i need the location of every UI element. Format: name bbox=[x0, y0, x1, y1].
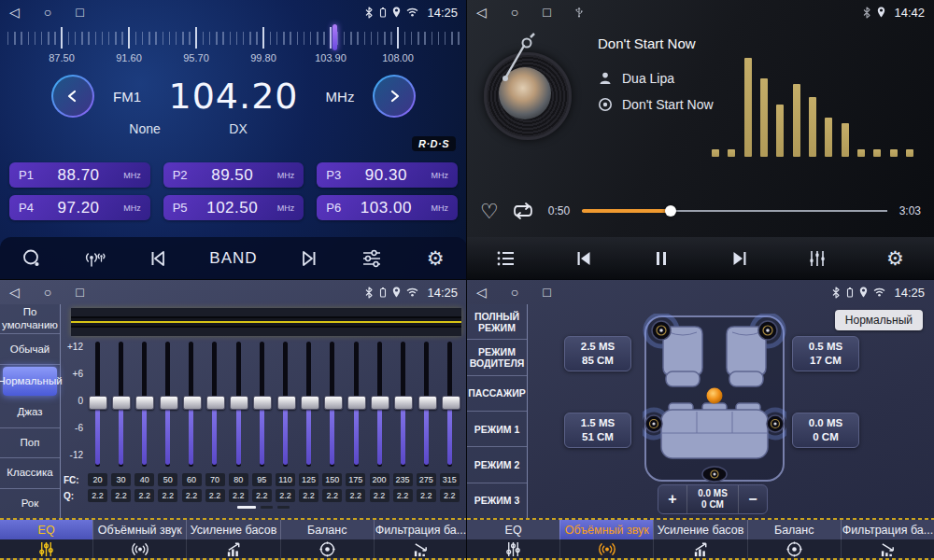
nav-recents-button[interactable]: □ bbox=[543, 5, 550, 20]
q-value-chip[interactable]: 2.2 bbox=[252, 489, 272, 502]
eq-preset-item[interactable]: Поп bbox=[0, 428, 60, 458]
eq-band-slider[interactable] bbox=[88, 340, 106, 469]
tab-filter-icon-button[interactable] bbox=[841, 539, 934, 558]
eq-band-slider[interactable] bbox=[205, 340, 224, 469]
front-left-delay-button[interactable]: 2.5 MS 85 CM bbox=[564, 336, 631, 371]
radio-preset-button[interactable]: P4 97.20 MHz bbox=[9, 195, 150, 220]
pause-button[interactable] bbox=[641, 241, 682, 276]
q-value-chip[interactable]: 2.2 bbox=[276, 489, 295, 502]
eq-band-slider[interactable] bbox=[229, 340, 248, 469]
radio-preset-button[interactable]: P1 88.70 MHz bbox=[9, 162, 150, 188]
eq-band-slider[interactable] bbox=[347, 340, 365, 469]
nav-home-button[interactable]: ○ bbox=[511, 285, 518, 300]
listening-mode-item[interactable]: РЕЖИМ ВОДИТЕЛЯ bbox=[467, 340, 527, 375]
slider-thumb[interactable] bbox=[253, 396, 272, 410]
fc-value-chip[interactable]: 80 bbox=[229, 473, 248, 486]
nav-back-button[interactable]: ◁ bbox=[9, 5, 20, 20]
nav-back-button[interactable]: ◁ bbox=[476, 5, 487, 20]
tab-surround-sound[interactable]: Объёмный звук bbox=[559, 520, 653, 539]
rear-right-delay-button[interactable]: 0.0 MS 0 CM bbox=[792, 413, 859, 448]
tune-up-button[interactable] bbox=[373, 75, 416, 118]
listening-mode-item[interactable]: РЕЖИМ 3 bbox=[467, 483, 527, 518]
tab-bass-icon-button[interactable] bbox=[653, 539, 746, 558]
slider-thumb[interactable] bbox=[301, 396, 319, 410]
eq-preset-item[interactable]: Классика bbox=[0, 458, 60, 488]
listening-mode-item[interactable]: ПАССАЖИР bbox=[467, 376, 527, 412]
eq-band-slider[interactable] bbox=[300, 340, 318, 469]
slider-thumb[interactable] bbox=[183, 396, 202, 410]
fc-value-chip[interactable]: 150 bbox=[322, 473, 342, 486]
eq-band-slider[interactable] bbox=[111, 340, 130, 469]
radio-preset-button[interactable]: P5 102.50 MHz bbox=[163, 195, 304, 220]
eq-band-slider[interactable] bbox=[252, 340, 271, 469]
fc-value-chip[interactable]: 125 bbox=[299, 473, 318, 486]
eq-preset-item[interactable]: Джаз bbox=[0, 398, 60, 427]
tab-eq-icon-button[interactable] bbox=[0, 539, 92, 558]
q-value-chip[interactable]: 2.2 bbox=[322, 489, 342, 502]
slider-thumb[interactable] bbox=[277, 396, 296, 410]
q-value-chip[interactable]: 2.2 bbox=[205, 489, 225, 502]
fc-value-chip[interactable]: 315 bbox=[440, 473, 460, 486]
nav-recents-button[interactable]: □ bbox=[76, 5, 83, 20]
fc-value-chip[interactable]: 60 bbox=[182, 473, 202, 486]
eq-band-slider[interactable] bbox=[182, 340, 201, 469]
slider-thumb[interactable] bbox=[371, 396, 389, 410]
rds-broadcast-button[interactable] bbox=[75, 241, 116, 276]
audio-settings-button[interactable] bbox=[351, 241, 392, 276]
previous-station-button[interactable] bbox=[137, 241, 178, 276]
tab-balance-icon-button[interactable] bbox=[747, 539, 841, 558]
eq-band-slider[interactable] bbox=[276, 340, 295, 469]
settings-button[interactable]: ⚙ bbox=[415, 241, 456, 276]
fc-value-chip[interactable]: 40 bbox=[134, 473, 154, 486]
rear-left-delay-button[interactable]: 1.5 MS 51 CM bbox=[564, 413, 631, 448]
slider-thumb[interactable] bbox=[112, 396, 131, 410]
tab-eq[interactable]: EQ bbox=[0, 520, 92, 539]
nav-home-button[interactable]: ○ bbox=[44, 5, 51, 20]
fc-value-chip[interactable]: 50 bbox=[158, 473, 177, 486]
slider-thumb[interactable] bbox=[135, 396, 154, 410]
tune-down-button[interactable] bbox=[51, 75, 94, 118]
q-value-chip[interactable]: 2.2 bbox=[370, 489, 389, 502]
tab-surround-sound[interactable]: Объёмный звук bbox=[92, 520, 186, 539]
eq-band-slider[interactable] bbox=[393, 340, 412, 469]
slider-thumb[interactable] bbox=[230, 396, 248, 410]
listening-mode-item[interactable]: ПОЛНЫЙ РЕЖИМ bbox=[467, 304, 527, 340]
eq-preset-item[interactable]: Обычай bbox=[0, 334, 60, 364]
nav-back-button[interactable]: ◁ bbox=[476, 285, 487, 300]
equalizer-button[interactable] bbox=[797, 241, 838, 276]
scan-button[interactable] bbox=[11, 241, 52, 276]
q-value-chip[interactable]: 2.2 bbox=[417, 489, 436, 502]
settings-button[interactable]: ⚙ bbox=[874, 241, 915, 276]
fc-value-chip[interactable]: 95 bbox=[252, 473, 272, 486]
slider-thumb[interactable] bbox=[418, 396, 437, 410]
radio-preset-button[interactable]: P6 103.00 MHz bbox=[317, 195, 458, 220]
favorite-button[interactable]: ♡ bbox=[480, 200, 499, 223]
nav-recents-button[interactable]: □ bbox=[76, 285, 83, 300]
fc-value-chip[interactable]: 70 bbox=[205, 473, 225, 486]
tab-eq-icon-button[interactable] bbox=[467, 539, 559, 558]
eq-band-slider[interactable] bbox=[159, 340, 177, 469]
seek-thumb[interactable] bbox=[665, 205, 676, 217]
tab-balance-icon-button[interactable] bbox=[280, 539, 374, 558]
fc-value-chip[interactable]: 20 bbox=[88, 473, 107, 486]
q-value-chip[interactable]: 2.2 bbox=[134, 489, 154, 502]
q-value-chip[interactable]: 2.2 bbox=[88, 489, 107, 502]
tab-balance[interactable]: Баланс bbox=[747, 520, 841, 539]
eq-band-slider[interactable] bbox=[323, 340, 342, 469]
fc-value-chip[interactable]: 235 bbox=[393, 473, 413, 486]
tab-balance[interactable]: Баланс bbox=[280, 520, 374, 539]
radio-preset-button[interactable]: P2 89.50 MHz bbox=[163, 162, 304, 188]
tab-bass-boost[interactable]: Усиление басов bbox=[653, 520, 746, 539]
listening-mode-item[interactable]: РЕЖИМ 2 bbox=[467, 447, 527, 483]
fc-value-chip[interactable]: 200 bbox=[370, 473, 389, 486]
next-track-button[interactable] bbox=[719, 241, 760, 276]
tab-surround-icon-button[interactable] bbox=[92, 539, 186, 558]
tab-filter[interactable]: Фильтрация ба... bbox=[374, 520, 467, 539]
nav-recents-button[interactable]: □ bbox=[543, 285, 550, 300]
tab-filter-icon-button[interactable] bbox=[374, 539, 467, 558]
next-station-button[interactable] bbox=[289, 241, 330, 276]
seek-bar[interactable] bbox=[582, 204, 887, 217]
front-right-delay-button[interactable]: 0.5 MS 17 CM bbox=[792, 336, 859, 371]
q-value-chip[interactable]: 2.2 bbox=[158, 489, 177, 502]
slider-thumb[interactable] bbox=[89, 396, 107, 410]
